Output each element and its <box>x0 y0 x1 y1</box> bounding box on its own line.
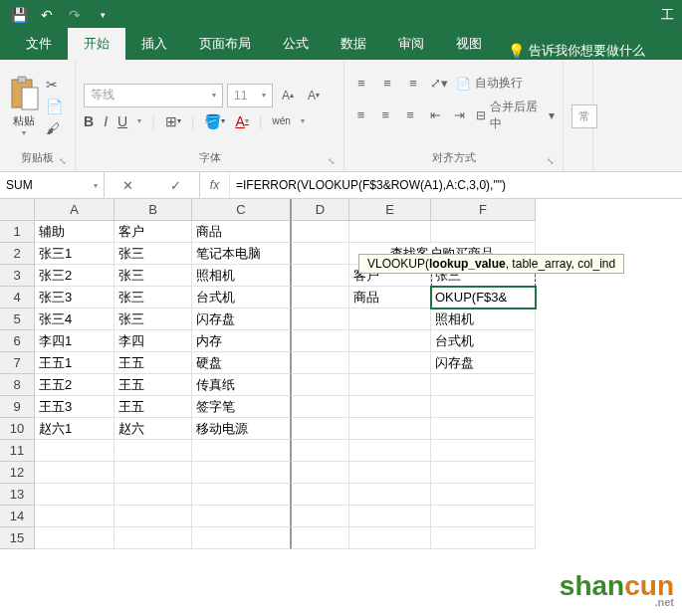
cell[interactable]: 张三4 <box>35 308 114 330</box>
cell[interactable] <box>349 374 431 396</box>
cell[interactable]: 王五 <box>114 396 192 418</box>
cell[interactable] <box>35 462 114 484</box>
cell[interactable]: 硬盘 <box>192 352 292 374</box>
font-name-combo[interactable]: 等线▾ <box>84 84 223 107</box>
indent-increase-icon[interactable]: ⇥ <box>451 106 468 124</box>
col-header-B[interactable]: B <box>114 199 192 221</box>
cell[interactable] <box>114 440 192 462</box>
indent-decrease-icon[interactable]: ⇤ <box>427 106 444 124</box>
undo-icon[interactable]: ↶ <box>36 4 58 26</box>
fx-icon[interactable]: fx <box>200 172 230 198</box>
launcher-icon[interactable]: ⤡ <box>59 156 67 166</box>
cell[interactable] <box>349 506 431 527</box>
row-header[interactable]: 6 <box>0 330 35 352</box>
tab-data[interactable]: 数据 <box>325 28 382 60</box>
cell[interactable]: 李四 <box>114 330 192 352</box>
cell[interactable] <box>292 287 349 308</box>
cell[interactable] <box>292 418 349 440</box>
cell[interactable] <box>431 484 536 506</box>
bold-button[interactable]: B <box>84 113 94 129</box>
select-all-corner[interactable] <box>0 199 35 221</box>
row-header[interactable]: 12 <box>0 462 35 484</box>
font-color-icon[interactable]: A▾ <box>235 113 248 129</box>
row-header[interactable]: 8 <box>0 374 35 396</box>
redo-icon[interactable]: ↷ <box>64 4 86 26</box>
cell[interactable]: 移动电源 <box>192 418 292 440</box>
cell[interactable] <box>114 506 192 527</box>
launcher-icon[interactable]: ⤡ <box>328 156 336 166</box>
cell[interactable]: 张三 <box>114 243 192 265</box>
cell[interactable] <box>292 396 349 418</box>
cell[interactable] <box>292 374 349 396</box>
cell[interactable]: 张三1 <box>35 243 114 265</box>
paste-button[interactable]: 粘贴 ▾ <box>8 76 40 137</box>
cell[interactable]: 赵六1 <box>35 418 114 440</box>
cell[interactable] <box>292 330 349 352</box>
row-header[interactable]: 7 <box>0 352 35 374</box>
cell[interactable]: 台式机 <box>192 287 292 308</box>
font-size-combo[interactable]: 11▾ <box>227 84 273 107</box>
cell[interactable]: 闪存盘 <box>192 308 292 330</box>
cell[interactable] <box>192 440 292 462</box>
cell[interactable]: 客户 <box>114 221 192 243</box>
cell[interactable]: 张三 <box>114 287 192 308</box>
cell[interactable] <box>431 527 536 549</box>
cell[interactable]: 张三 <box>114 308 192 330</box>
align-top-icon[interactable]: ≡ <box>352 75 370 93</box>
cell[interactable] <box>349 396 431 418</box>
cell[interactable]: 李四1 <box>35 330 114 352</box>
cell[interactable]: 台式机 <box>431 330 536 352</box>
row-header[interactable]: 3 <box>0 265 35 287</box>
cell[interactable]: 传真纸 <box>192 374 292 396</box>
cell[interactable] <box>431 374 536 396</box>
tab-view[interactable]: 视图 <box>440 28 498 60</box>
align-center-icon[interactable]: ≡ <box>377 106 394 124</box>
cell[interactable]: 王五3 <box>35 396 114 418</box>
cell[interactable]: 张三2 <box>35 265 114 287</box>
cell[interactable]: 照相机 <box>192 265 292 287</box>
col-header-C[interactable]: C <box>192 199 292 221</box>
cell[interactable] <box>349 330 431 352</box>
orientation-icon[interactable]: ⤢▾ <box>430 75 448 93</box>
qat-dropdown-icon[interactable]: ▾ <box>92 4 114 26</box>
underline-button[interactable]: U <box>117 113 127 129</box>
cell[interactable]: 内存 <box>192 330 292 352</box>
cell[interactable] <box>349 352 431 374</box>
cut-icon[interactable]: ✂ <box>46 77 63 93</box>
tab-formula[interactable]: 公式 <box>267 28 325 60</box>
cell[interactable] <box>35 506 114 527</box>
cell[interactable] <box>292 440 349 462</box>
tab-layout[interactable]: 页面布局 <box>183 28 267 60</box>
cell[interactable] <box>292 265 349 287</box>
tab-home[interactable]: 开始 <box>68 28 125 60</box>
border-icon[interactable]: ⊞▾ <box>165 113 181 129</box>
decrease-font-icon[interactable]: A▾ <box>303 84 325 107</box>
cell[interactable]: 王五 <box>114 352 192 374</box>
row-header[interactable]: 14 <box>0 506 35 527</box>
cell[interactable] <box>114 462 192 484</box>
fill-color-icon[interactable]: 🪣▾ <box>204 113 225 129</box>
cell[interactable] <box>114 484 192 506</box>
cell[interactable] <box>292 243 349 265</box>
phonetic-icon[interactable]: wén <box>272 115 290 126</box>
cell[interactable]: OKUP(F$3& <box>431 287 536 308</box>
row-header[interactable]: 5 <box>0 308 35 330</box>
italic-button[interactable]: I <box>104 113 108 129</box>
merge-center-button[interactable]: ⊟合并后居中▾ <box>476 99 555 132</box>
name-box[interactable]: SUM▾ <box>0 172 105 198</box>
wrap-text-button[interactable]: 📄自动换行 <box>456 75 523 92</box>
col-header-F[interactable]: F <box>431 199 536 221</box>
tab-file[interactable]: 文件 <box>10 28 68 60</box>
cell[interactable] <box>431 462 536 484</box>
cell[interactable] <box>349 462 431 484</box>
cell[interactable]: 商品 <box>349 287 431 308</box>
copy-icon[interactable]: 📄 <box>46 99 63 114</box>
cell[interactable]: 笔记本电脑 <box>192 243 292 265</box>
row-header[interactable]: 11 <box>0 440 35 462</box>
row-header[interactable]: 13 <box>0 484 35 506</box>
tab-review[interactable]: 审阅 <box>382 28 440 60</box>
row-header[interactable]: 15 <box>0 527 35 549</box>
cell[interactable]: 照相机 <box>431 308 536 330</box>
col-header-A[interactable]: A <box>35 199 114 221</box>
cell[interactable] <box>192 506 292 527</box>
